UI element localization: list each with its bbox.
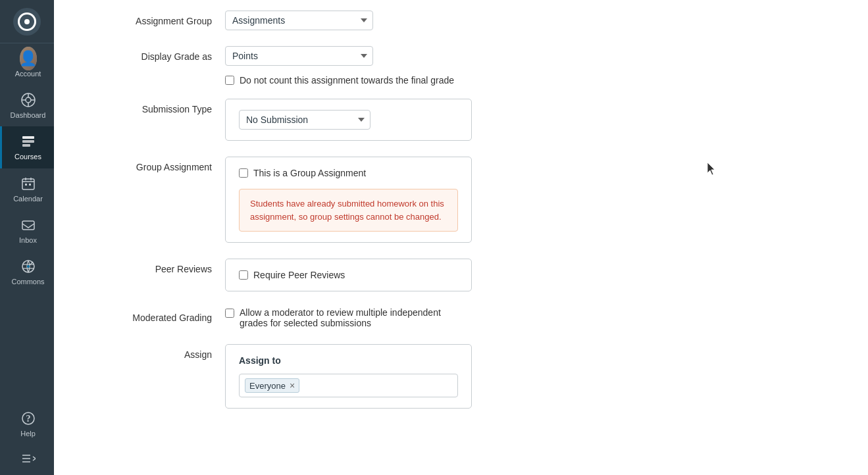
display-grade-select[interactable]: Points Percentage Complete/Incomplete Le… (225, 46, 373, 66)
svg-point-1 (26, 97, 31, 103)
submission-type-select[interactable]: No Submission Online On Paper External T… (239, 110, 370, 130)
sidebar-item-help[interactable]: ? Help (0, 403, 54, 445)
collapse-icon (20, 450, 37, 467)
group-assignment-checkbox[interactable] (239, 168, 248, 178)
submission-type-label: Submission Type (80, 99, 225, 114)
svg-rect-9 (22, 179, 34, 189)
moderated-grading-text: Allow a moderator to review multiple ind… (240, 307, 449, 328)
svg-point-19 (27, 265, 30, 268)
group-assignment-box: This is a Group Assignment Students have… (225, 157, 472, 243)
sidebar-item-inbox[interactable]: Inbox (0, 210, 54, 251)
assign-box: Assign to Everyone × (225, 344, 472, 409)
assignment-group-control: Assignments Quizzes Discussions Projects (225, 11, 594, 30)
dashboard-label: Dashboard (11, 111, 46, 120)
do-not-count-spacer (80, 75, 225, 80)
display-grade-label: Display Grade as (80, 46, 225, 62)
do-not-count-row: Do not count this assignment towards the… (54, 75, 804, 86)
commons-icon (20, 258, 37, 275)
svg-rect-6 (22, 136, 34, 139)
group-assignment-checkbox-label[interactable]: This is a Group Assignment (239, 168, 458, 178)
submission-type-box: No Submission Online On Paper External T… (225, 99, 472, 141)
sidebar-item-dashboard[interactable]: Dashboard (0, 85, 54, 126)
group-assignment-text: This is a Group Assignment (253, 168, 366, 178)
peer-reviews-text: Require Peer Reviews (253, 270, 345, 280)
moderated-grading-control: Allow a moderator to review multiple ind… (225, 307, 594, 328)
group-assignment-label: Group Assignment (80, 157, 225, 172)
everyone-tag-remove[interactable]: × (290, 381, 295, 390)
moderated-grading-row: Moderated Grading Allow a moderator to r… (54, 307, 804, 328)
calendar-icon (20, 175, 37, 192)
account-label: Account (15, 70, 41, 78)
moderated-grading-checkbox[interactable] (225, 309, 234, 318)
account-icon (20, 50, 37, 67)
svg-rect-14 (29, 184, 31, 186)
do-not-count-checkbox[interactable] (225, 76, 234, 85)
dashboard-icon (20, 91, 37, 109)
help-icon: ? (20, 410, 37, 427)
assign-control: Assign to Everyone × (225, 344, 594, 409)
canvas-logo (13, 8, 41, 36)
do-not-count-checkbox-label[interactable]: Do not count this assignment towards the… (225, 75, 594, 86)
assignment-group-label: Assignment Group (80, 11, 225, 26)
assignment-form: Assignment Group Assignments Quizzes Dis… (54, 0, 844, 435)
everyone-tag: Everyone × (245, 378, 299, 393)
assignment-group-select[interactable]: Assignments Quizzes Discussions Projects (225, 11, 373, 30)
collapse-sidebar-button[interactable] (0, 445, 54, 475)
svg-rect-13 (25, 184, 27, 186)
group-assignment-control: This is a Group Assignment Students have… (225, 157, 594, 243)
sidebar: Account Dashboard (0, 0, 54, 475)
display-grade-control: Points Percentage Complete/Incomplete Le… (225, 46, 594, 66)
assign-to-input[interactable]: Everyone × (239, 374, 458, 397)
submission-type-control: No Submission Online On Paper External T… (225, 99, 594, 141)
sidebar-item-courses[interactable]: Courses (0, 126, 54, 168)
inbox-icon (20, 216, 37, 234)
sidebar-item-account[interactable]: Account (0, 43, 54, 85)
peer-reviews-row: Peer Reviews Require Peer Reviews (54, 259, 804, 291)
calendar-label: Calendar (13, 195, 43, 203)
sidebar-navigation: Account Dashboard (0, 43, 54, 475)
peer-reviews-checkbox[interactable] (239, 270, 248, 280)
sidebar-item-commons[interactable]: Commons (0, 251, 54, 293)
inbox-label: Inbox (19, 236, 37, 245)
do-not-count-control: Do not count this assignment towards the… (225, 75, 594, 86)
group-assignment-row: Group Assignment This is a Group Assignm… (54, 157, 804, 243)
commons-label: Commons (11, 278, 44, 286)
peer-reviews-box: Require Peer Reviews (225, 259, 472, 291)
peer-reviews-checkbox-label[interactable]: Require Peer Reviews (239, 270, 458, 280)
main-content: Assignment Group Assignments Quizzes Dis… (54, 0, 868, 475)
peer-reviews-label: Peer Reviews (80, 259, 225, 274)
moderated-grading-label: Moderated Grading (80, 307, 225, 323)
assignment-group-row: Assignment Group Assignments Quizzes Dis… (54, 11, 804, 30)
peer-reviews-control: Require Peer Reviews (225, 259, 594, 291)
help-label: Help (20, 430, 36, 438)
courses-label: Courses (14, 153, 41, 161)
assign-label: Assign (80, 344, 225, 360)
group-assignment-warning: Students have already submitted homework… (239, 189, 458, 232)
svg-rect-7 (22, 140, 34, 143)
courses-icon (20, 133, 37, 150)
display-grade-row: Display Grade as Points Percentage Compl… (54, 46, 804, 66)
submission-type-row: Submission Type No Submission Online On … (54, 99, 804, 141)
assign-row: Assign Assign to Everyone × (54, 344, 804, 409)
everyone-tag-label: Everyone (249, 381, 286, 391)
sidebar-item-calendar[interactable]: Calendar (0, 168, 54, 210)
moderated-grading-checkbox-label[interactable]: Allow a moderator to review multiple ind… (225, 307, 449, 328)
svg-text:?: ? (26, 414, 30, 424)
svg-rect-8 (22, 144, 30, 147)
do-not-count-text: Do not count this assignment towards the… (240, 75, 454, 86)
assign-to-title: Assign to (239, 355, 458, 366)
sidebar-logo (0, 0, 54, 43)
